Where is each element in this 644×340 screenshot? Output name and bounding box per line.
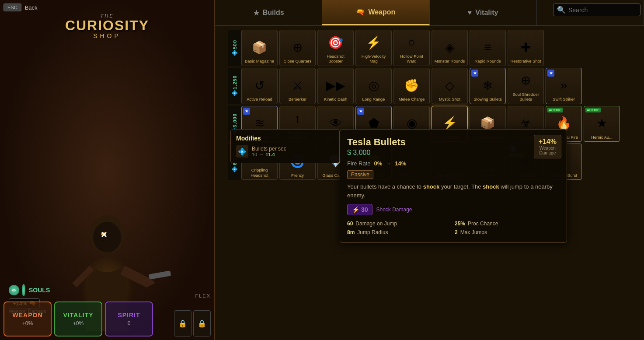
- flex-slots: 🔒 🔒: [174, 310, 211, 336]
- restorative-shot-name: Restorative Shot: [510, 59, 541, 63]
- shop-curiosity-text: CURIOSITY: [65, 18, 149, 32]
- stat-box-vitality: VITALITY +0%: [54, 301, 102, 336]
- stat-max-jumps-value: 2: [455, 229, 458, 235]
- swift-striker-star: ★: [547, 70, 554, 77]
- vitality-nav-icon: ♥: [468, 9, 472, 17]
- vitality-label: VITALITY: [63, 312, 93, 319]
- stat-jump-radius: 8m Jump Radius: [347, 229, 452, 235]
- vitality-nav-label: Vitality: [475, 9, 498, 17]
- shock-damage-label: Shock Damage: [376, 207, 412, 213]
- rapid-rounds-icon: ≡: [477, 37, 498, 58]
- tier-cost-1250: 1,250 💠: [228, 68, 241, 104]
- fire-rate-arrow-icon: →: [386, 160, 391, 167]
- rapid-rounds-name: Rapid Rounds: [474, 59, 501, 63]
- item-berserker[interactable]: ⚔ Berserker: [279, 68, 316, 104]
- item-rapid-rounds[interactable]: ≡ Rapid Rounds: [470, 30, 506, 66]
- hunters-aura-star: ★: [357, 108, 364, 115]
- fire-rate-row: Fire Rate 0% → 14%: [347, 160, 560, 167]
- weapon-dmg-badge: +14% WeaponDamage: [534, 135, 561, 158]
- item-soul-shredder-bullets[interactable]: ⊕ Soul Shredder Bullets: [508, 68, 544, 104]
- spirit-label: SPIRIT: [118, 312, 140, 319]
- svg-rect-6: [149, 270, 171, 280]
- spirit-value: 0: [128, 320, 131, 326]
- tooltip-cost: 3,000: [347, 149, 560, 157]
- item-melee-charge[interactable]: ✊ Melee Charge: [393, 68, 430, 104]
- weapon-label: Weapon: [368, 8, 395, 16]
- svg-point-2: [93, 222, 121, 252]
- hollow-point-ward-name: Hollow Point Ward: [396, 54, 428, 64]
- soul-shredder-name: Soul Shredder Bullets: [510, 92, 542, 102]
- esc-button[interactable]: ESC: [3, 4, 21, 11]
- tab-weapon[interactable]: 🔫 Weapon: [322, 0, 429, 25]
- slowing-bullets-star: ★: [471, 70, 478, 77]
- modifies-old-val: 10: [252, 152, 257, 157]
- modifies-arrow: →: [259, 152, 264, 157]
- close-quarters-icon: ⊕: [287, 37, 308, 58]
- item-close-quarters[interactable]: ⊕ Close Quarters: [279, 30, 316, 66]
- tab-builds[interactable]: ★ Builds: [215, 0, 322, 25]
- souls-icon: ∞: [9, 285, 19, 295]
- back-button[interactable]: Back: [25, 4, 38, 11]
- souls-label: SOULS: [29, 287, 50, 294]
- tier-cost-3000-num: 3,000: [232, 113, 237, 128]
- tooltip-title: Tesla Bullets: [347, 137, 560, 148]
- modifies-item-icon: 💠: [236, 145, 248, 158]
- crippling-headshot-name: Crippling Headshot: [244, 168, 275, 178]
- stat-max-jumps: 2 Max Jumps: [455, 229, 560, 235]
- modifies-new-val: 11.4: [265, 152, 275, 157]
- swift-striker-icon: »: [553, 75, 574, 96]
- escalating-resilience-icon: ↑: [287, 108, 308, 129]
- berserker-name: Berserker: [289, 97, 306, 102]
- item-long-range[interactable]: ◎ Long Range: [355, 68, 392, 104]
- tab-vitality[interactable]: ♥ Vitality: [430, 0, 537, 25]
- top-bar: ESC Back: [3, 4, 38, 11]
- modifies-item-name: Bullets per sec: [252, 146, 286, 152]
- tooltip-stats-grid: 60 Damage on Jump 25% Proc Chance 8m Jum…: [347, 221, 560, 235]
- basic-magazine-icon: 📦: [249, 37, 270, 58]
- item-swift-striker[interactable]: ★ » Swift Striker: [546, 68, 582, 104]
- souls-icon2: [22, 284, 25, 296]
- item-restorative-shot[interactable]: ✚ Restorative Shot: [508, 30, 544, 66]
- right-panel: ★ Builds 🔫 Weapon ♥ Vitality ✦ Spirit 🔍 …: [214, 0, 644, 340]
- headshot-booster-icon: 🎯: [325, 32, 346, 53]
- search-icon: 🔍: [557, 6, 566, 14]
- item-hollow-point-ward[interactable]: ○ Hollow Point Ward: [393, 30, 430, 66]
- builds-icon: ★: [253, 9, 259, 17]
- flex-slot-1: 🔒: [174, 310, 191, 336]
- hollow-point-ward-icon: ○: [401, 32, 422, 53]
- item-active-reload[interactable]: ↺ Active Reload: [241, 68, 278, 104]
- item-basic-magazine[interactable]: 📦 Basic Magazine: [241, 30, 278, 66]
- left-panel: ESC Back THE CURIOSITY SHOP: [0, 0, 214, 340]
- soul-icon-6200: 💠: [231, 166, 238, 172]
- fire-rate-from: 0%: [374, 160, 382, 167]
- weapon-label: WEAPON: [13, 312, 43, 319]
- tier-row-1250: 1,250 💠 ↺ Active Reload ⚔ Berserker ▶▶ K…: [228, 68, 641, 104]
- item-monster-rounds[interactable]: ◈ Monster Rounds: [432, 30, 468, 66]
- stat-proc-chance: 25% Proc Chance: [455, 221, 560, 227]
- berserker-icon: ⚔: [287, 75, 308, 96]
- tier-1250-grid: ↺ Active Reload ⚔ Berserker ▶▶ Kinetic D…: [241, 68, 641, 104]
- item-headshot-booster[interactable]: 🎯 Headshot Booster: [317, 30, 354, 66]
- tier-500-grid: 📦 Basic Magazine ⊕ Close Quarters 🎯 Head…: [241, 30, 641, 66]
- tooltip-description: Your bullets have a chance to shock your…: [347, 182, 560, 200]
- shock-damage-value: 30: [361, 206, 368, 213]
- weapon-icon: 🔫: [356, 8, 365, 16]
- modifies-item: 💠 Bullets per sec 10 → 11.4: [236, 145, 334, 158]
- item-heroic-au[interactable]: ACTIVE ★ Heroic Au...: [584, 106, 620, 142]
- search-input[interactable]: [568, 7, 644, 14]
- stat-damage-on-jump-value: 60: [347, 221, 353, 227]
- high-velocity-mag-name: High-Velocity Mag: [358, 54, 390, 64]
- long-range-name: Long Range: [362, 97, 385, 102]
- weapon-dmg-pct: +14%: [539, 138, 557, 146]
- item-kinetic-dash[interactable]: ▶▶ Kinetic Dash: [317, 68, 354, 104]
- item-slowing-bullets[interactable]: ★ ❄ Slowing Bullets: [470, 68, 506, 104]
- nav-area: ★ Builds 🔫 Weapon ♥ Vitality ✦ Spirit 🔍 …: [215, 0, 644, 26]
- stat-jump-radius-label: Jump Radius: [357, 229, 388, 235]
- stat-damage-on-jump: 60 Damage on Jump: [347, 221, 452, 227]
- tier-row-500: 500 💠 📦 Basic Magazine ⊕ Close Quarters …: [228, 30, 641, 66]
- item-high-velocity-mag[interactable]: ⚡ High-Velocity Mag: [355, 30, 392, 66]
- close-quarters-name: Close Quarters: [284, 59, 312, 63]
- shop-logo: THE CURIOSITY SHOP: [65, 13, 149, 39]
- souls-indicator: ∞ SOULS: [9, 284, 50, 296]
- item-mystic-shot[interactable]: ◇ Mystic Shot: [432, 68, 468, 104]
